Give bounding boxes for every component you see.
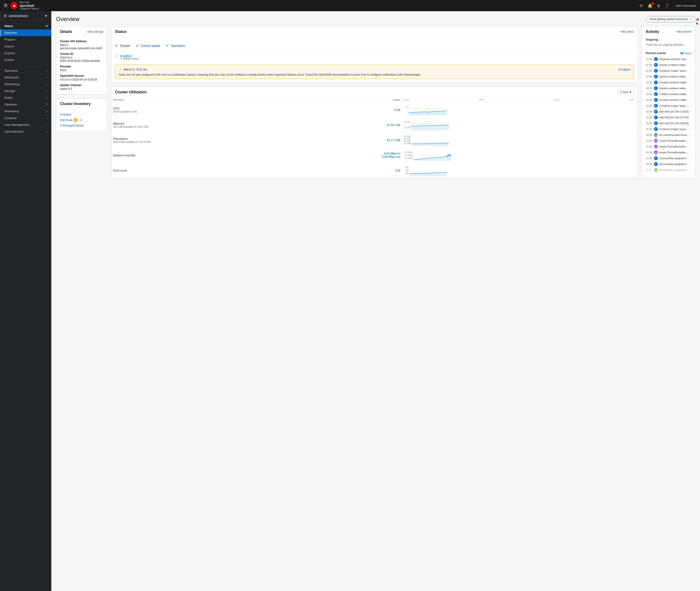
pod-count-usage: 219 bbox=[301, 163, 402, 178]
event-row[interactable]: 14:35 P Add eth0 [10.129.4.90/23] › bbox=[642, 120, 695, 126]
pod-count-row: Pod count 219 300 200 100 bbox=[111, 163, 638, 178]
event-row[interactable]: 14:35 P Successfully assigned liz/ka... … bbox=[642, 155, 695, 161]
hamburger-menu[interactable]: ☰ bbox=[4, 3, 7, 8]
warn-icon: ⚠ bbox=[115, 54, 118, 58]
configure-link[interactable]: Configure bbox=[618, 68, 630, 71]
event-row[interactable]: 14:35 SS create Pod kafka-kafka-2 i... › bbox=[642, 138, 695, 144]
event-badge-p: P bbox=[654, 75, 658, 78]
event-badge-p: P bbox=[654, 92, 658, 96]
event-row[interactable]: 14:35 P Created container kafka › bbox=[642, 91, 695, 97]
alert-warn-icon: ⚠ bbox=[119, 67, 122, 72]
event-row[interactable]: 14:35 P Add eth0 [10.130.4.18/23] › bbox=[642, 109, 695, 115]
event-row[interactable]: 14:35 SS create Pod kafka-kafka-1i... › bbox=[642, 150, 695, 155]
time-labels: 13:45 14:00 14:15 14:30 bbox=[404, 98, 636, 101]
sidebar-item-user-management[interactable]: User Management › bbox=[0, 121, 51, 128]
getting-started-button[interactable]: Show getting started resources × bbox=[646, 16, 695, 22]
view-events-link[interactable]: View events bbox=[677, 30, 691, 34]
pause-button[interactable]: ▮▮ Pause bbox=[680, 52, 691, 55]
event-row[interactable]: 14:35 SS create Pod kafka-kafka-0 ... › bbox=[642, 144, 695, 150]
filesystem-row: Filesystem 655.8 GiB available of 716.9 … bbox=[111, 133, 638, 148]
chevron-right-icon: › bbox=[47, 130, 48, 133]
sidebar-item-builds[interactable]: Builds › bbox=[0, 94, 51, 101]
time-selector[interactable]: 1 hour ▼ bbox=[618, 90, 634, 95]
insights-row: ⚠ Insights 2 issues found bbox=[115, 52, 634, 62]
sidebar-item-events[interactable]: Events bbox=[0, 57, 51, 63]
utilization-header: Cluster Utilization 1 hour ▼ bbox=[111, 87, 638, 97]
status-title: Status bbox=[115, 29, 127, 34]
event-row[interactable]: 14:35 P Container image "quay.io/st... › bbox=[642, 68, 695, 74]
event-badge-p: P bbox=[654, 98, 658, 102]
event-badge-p: P bbox=[654, 57, 658, 61]
event-arrow-icon: › bbox=[691, 93, 691, 95]
network-usage: 4.83 MBps in 6.68 MBps out bbox=[301, 148, 402, 163]
operators-link[interactable]: Operators bbox=[171, 44, 185, 48]
view-alerts-link[interactable]: View alerts bbox=[620, 30, 634, 34]
event-arrow-icon: › bbox=[691, 81, 691, 84]
utilization-table: Resource Usage 13:45 14:00 14:15 14:30 bbox=[111, 97, 638, 178]
sidebar-item-pipelines[interactable]: Pipelines ? bbox=[0, 101, 51, 108]
chevron-right-icon: › bbox=[47, 89, 48, 93]
add-icon[interactable]: ⊕ bbox=[657, 3, 660, 8]
event-row[interactable]: 14:36 P Started container kafka › bbox=[642, 62, 695, 68]
sidebar-item-home[interactable]: Home ▾ bbox=[0, 23, 51, 29]
event-arrow-icon: › bbox=[691, 128, 691, 130]
admin-switcher[interactable]: ⚙ Administrator ▼ bbox=[0, 11, 51, 21]
event-row[interactable]: 14:35 P Add eth0 [10.128.4.67/23] › bbox=[642, 115, 695, 120]
event-badge-p: P bbox=[654, 63, 658, 67]
event-row[interactable]: 14:36 P Stopping container registry... › bbox=[642, 56, 695, 62]
status-panel: Status View alerts ✔ Cluster ✔ Control p… bbox=[111, 26, 638, 83]
control-plane-link[interactable]: Control plane bbox=[141, 44, 160, 48]
cpu-row: CPU 30.92 available of 36 5.08 10 5 bbox=[111, 102, 638, 117]
event-arrow-icon: › bbox=[691, 134, 691, 136]
sidebar-item-explore[interactable]: Explore bbox=[0, 50, 51, 57]
event-badge-p: P bbox=[654, 104, 658, 108]
event-row[interactable]: 14:35 P Started container kafka › bbox=[642, 74, 695, 80]
sidebar-item-operators[interactable]: Operators › bbox=[0, 67, 51, 74]
close-icon[interactable]: × bbox=[690, 17, 692, 21]
inventory-storage-classes[interactable]: 2 StorageClasses bbox=[60, 123, 103, 128]
svg-marker-7 bbox=[414, 155, 451, 161]
help-icon[interactable]: ❓ bbox=[665, 3, 670, 8]
event-row[interactable]: 14:35 PDB No matching pods found › bbox=[642, 132, 695, 138]
event-row[interactable]: 14:35 P Created container kafka › bbox=[642, 97, 695, 103]
event-row[interactable]: 14:35 P Successfully assigned liz/ka... … bbox=[642, 161, 695, 167]
event-row[interactable]: 14:35 P Container image "quay.io/st... › bbox=[642, 103, 695, 109]
activity-panel-header: Activity View events bbox=[642, 26, 695, 36]
view-settings-link[interactable]: View settings bbox=[87, 30, 103, 34]
gear-icon: ⚙ bbox=[4, 14, 7, 18]
sidebar-item-projects[interactable]: Projects bbox=[0, 36, 51, 43]
event-row[interactable]: 14:35 P Started container kafka › bbox=[642, 85, 695, 91]
cpu-usage: 5.08 bbox=[301, 102, 402, 117]
event-row[interactable]: 14:35 P Container image "quay.io/st... › bbox=[642, 126, 695, 132]
openshift-version-label: OpenShift Version bbox=[60, 74, 103, 77]
notification-bell-icon[interactable]: 🔔 3 bbox=[648, 3, 652, 8]
control-plane-status: ✔ Control plane bbox=[136, 42, 160, 50]
cpu-resource: CPU 30.92 available of 36 bbox=[111, 102, 301, 117]
inventory-nodes[interactable]: 6 Nodes bbox=[60, 112, 103, 117]
user-menu[interactable]: Ned Username bbox=[676, 4, 696, 7]
sidebar-item-administration[interactable]: Administration › bbox=[0, 128, 51, 135]
cursor-icon bbox=[695, 21, 700, 27]
sidebar-item-workloads[interactable]: Workloads › bbox=[0, 74, 51, 81]
admin-label: Administrator bbox=[9, 14, 28, 18]
sidebar-item-monitoring[interactable]: Monitoring › bbox=[0, 108, 51, 115]
sidebar-item-storage[interactable]: Storage › bbox=[0, 87, 51, 94]
pods-badge: 2 bbox=[74, 118, 77, 122]
events-list: 14:36 P Stopping container registry... ›… bbox=[642, 56, 695, 173]
filesystem-chart: 80 GiB 60 GiB 40 GiB 20 GiB bbox=[402, 133, 638, 148]
sidebar-item-search[interactable]: Search bbox=[0, 43, 51, 50]
pod-count-chart-svg bbox=[410, 165, 447, 176]
topnav-icons: ⦉⦊ 🔔 3 ⊕ ❓ Ned Username bbox=[639, 3, 696, 8]
main-content: Overview Show getting started resources … bbox=[51, 11, 700, 591]
event-arrow-icon: › bbox=[691, 99, 691, 101]
inventory-pods[interactable]: 292 Pods 2 ◦ 3 bbox=[60, 117, 103, 123]
notification-badge: 3 bbox=[651, 2, 654, 5]
event-badge-pdb: PDB bbox=[654, 133, 658, 137]
details-panel-body: Cluster API Address https://api.devclust… bbox=[56, 36, 107, 94]
event-row[interactable]: 14:35 P Created container kafka › bbox=[642, 80, 695, 85]
sidebar-item-overview[interactable]: Overview bbox=[0, 29, 51, 36]
sidebar-item-compute[interactable]: Compute › bbox=[0, 115, 51, 121]
event-row[interactable]: 14:35 P Successfully assigned liz/ka... … bbox=[642, 167, 695, 173]
grid-icon[interactable]: ⦉⦊ bbox=[639, 3, 643, 8]
sidebar-item-networking[interactable]: Networking › bbox=[0, 81, 51, 87]
